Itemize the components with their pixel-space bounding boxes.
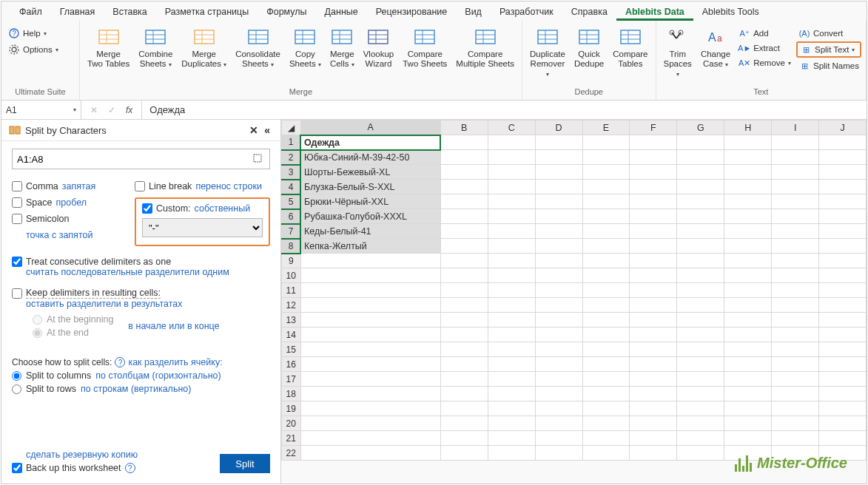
cell-H13[interactable]: [724, 313, 772, 328]
cell-J19[interactable]: [819, 401, 867, 416]
row-17[interactable]: 17: [282, 372, 301, 387]
cell-C19[interactable]: [488, 401, 535, 416]
linebreak-checkbox[interactable]: Line break перенос строки: [135, 181, 270, 191]
close-icon[interactable]: ✕: [246, 124, 261, 136]
menu-ablebits-data[interactable]: Ablebits Data: [616, 4, 693, 21]
cell-B22[interactable]: [440, 446, 488, 461]
cell-H9[interactable]: [724, 254, 772, 268]
cell-C11[interactable]: [488, 283, 535, 298]
cell-D10[interactable]: [535, 268, 582, 283]
cell-F1[interactable]: [630, 135, 677, 150]
fx-icon[interactable]: fx: [126, 105, 132, 115]
row-21[interactable]: 21: [282, 431, 301, 446]
col-C[interactable]: C: [488, 121, 535, 135]
menu-разработчик[interactable]: Разработчик: [491, 4, 562, 21]
cell-H15[interactable]: [724, 342, 772, 357]
ribbon-copy-sheets[interactable]: CopySheets ▾: [286, 24, 324, 70]
cell-F7[interactable]: [630, 224, 677, 239]
keep-delimiters-checkbox[interactable]: Keep delimiters in resulting cells:: [12, 288, 270, 299]
cell-J10[interactable]: [819, 268, 867, 283]
options-button[interactable]: Options ▾: [6, 43, 61, 56]
cell-J1[interactable]: [819, 135, 867, 150]
cell-C17[interactable]: [488, 372, 535, 387]
col-G[interactable]: G: [677, 121, 724, 135]
cell-I5[interactable]: [772, 194, 819, 209]
cell-C8[interactable]: [488, 239, 535, 254]
row-14[interactable]: 14: [282, 328, 301, 342]
cell-H20[interactable]: [724, 416, 772, 431]
row-11[interactable]: 11: [282, 283, 301, 298]
cell-C18[interactable]: [488, 387, 535, 401]
treat-consecutive-checkbox[interactable]: Treat consecutive delimiters as one: [12, 257, 270, 267]
cell-G2[interactable]: [677, 150, 724, 165]
menu-файл[interactable]: Файл: [10, 4, 51, 21]
ribbon-split-text[interactable]: ⊞Split Text ▾: [796, 41, 861, 58]
cell-B13[interactable]: [440, 313, 488, 328]
cell-F18[interactable]: [630, 387, 677, 401]
row-20[interactable]: 20: [282, 416, 301, 431]
cell-J17[interactable]: [819, 372, 867, 387]
cell-D11[interactable]: [535, 283, 582, 298]
cell-F16[interactable]: [630, 357, 677, 372]
cell-E20[interactable]: [582, 416, 630, 431]
cell-E22[interactable]: [582, 446, 630, 461]
cell-E15[interactable]: [582, 342, 630, 357]
cell-E11[interactable]: [582, 283, 630, 298]
cell-B17[interactable]: [440, 372, 488, 387]
cell-B11[interactable]: [440, 283, 488, 298]
menu-данные[interactable]: Данные: [316, 4, 367, 21]
cell-H11[interactable]: [724, 283, 772, 298]
cell-B16[interactable]: [440, 357, 488, 372]
ribbon-split-names[interactable]: ⊞Split Names: [796, 59, 861, 72]
cell-I18[interactable]: [772, 387, 819, 401]
cell-C20[interactable]: [488, 416, 535, 431]
cell-E8[interactable]: [582, 239, 630, 254]
cell-C2[interactable]: [488, 150, 535, 165]
cell-D9[interactable]: [535, 254, 582, 268]
cell-A4[interactable]: Блузка-Белый-S-XXL: [300, 180, 440, 194]
cell-D5[interactable]: [535, 194, 582, 209]
cell-H21[interactable]: [724, 431, 772, 446]
cell-D16[interactable]: [535, 357, 582, 372]
cell-H3[interactable]: [724, 165, 772, 180]
cell-G4[interactable]: [677, 180, 724, 194]
cell-B20[interactable]: [440, 416, 488, 431]
row-4[interactable]: 4: [282, 180, 301, 194]
cell-I22[interactable]: [772, 446, 819, 461]
custom-delimiter-select[interactable]: "-": [142, 218, 263, 237]
help-icon[interactable]: ?: [125, 463, 135, 473]
cell-G17[interactable]: [677, 372, 724, 387]
cell-G16[interactable]: [677, 357, 724, 372]
cell-F9[interactable]: [630, 254, 677, 268]
cell-I21[interactable]: [772, 431, 819, 446]
cell-B1[interactable]: [440, 135, 488, 150]
cell-F6[interactable]: [630, 209, 677, 224]
col-A[interactable]: A: [300, 121, 440, 135]
cell-H17[interactable]: [724, 372, 772, 387]
cell-G7[interactable]: [677, 224, 724, 239]
cell-F19[interactable]: [630, 401, 677, 416]
cell-C13[interactable]: [488, 313, 535, 328]
cell-J22[interactable]: [819, 446, 867, 461]
formula-input[interactable]: Одежда: [142, 104, 867, 115]
cell-I3[interactable]: [772, 165, 819, 180]
cell-G14[interactable]: [677, 328, 724, 342]
cell-F15[interactable]: [630, 342, 677, 357]
menu-справка[interactable]: Справка: [562, 4, 616, 21]
cell-G8[interactable]: [677, 239, 724, 254]
ribbon-convert[interactable]: (A)Convert: [796, 27, 861, 40]
row-6[interactable]: 6: [282, 209, 301, 224]
cell-A14[interactable]: [300, 328, 440, 342]
cell-J15[interactable]: [819, 342, 867, 357]
cell-I17[interactable]: [772, 372, 819, 387]
cell-I20[interactable]: [772, 416, 819, 431]
cell-I11[interactable]: [772, 283, 819, 298]
row-16[interactable]: 16: [282, 357, 301, 372]
cell-G13[interactable]: [677, 313, 724, 328]
cell-A3[interactable]: Шорты-Бежевый-XL: [300, 165, 440, 180]
cell-J11[interactable]: [819, 283, 867, 298]
cell-J5[interactable]: [819, 194, 867, 209]
cell-G12[interactable]: [677, 298, 724, 313]
cell-B7[interactable]: [440, 224, 488, 239]
cell-J7[interactable]: [819, 224, 867, 239]
